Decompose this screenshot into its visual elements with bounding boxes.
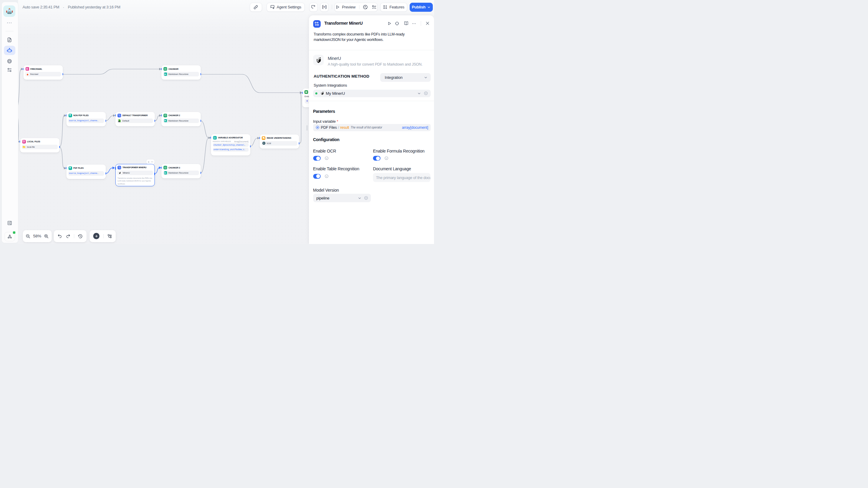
svg-text:TXT: TXT [118,121,120,122]
svg-text:ENV: ENV [323,6,326,8]
